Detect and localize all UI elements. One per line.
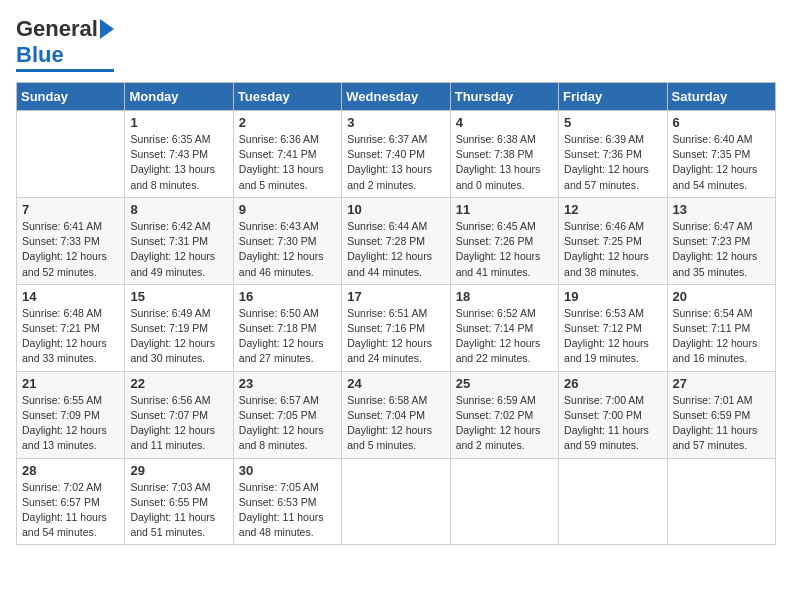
logo-arrow-icon (100, 19, 114, 39)
calendar-cell: 1Sunrise: 6:35 AMSunset: 7:43 PMDaylight… (125, 111, 233, 198)
day-info: Sunrise: 6:59 AMSunset: 7:02 PMDaylight:… (456, 393, 553, 454)
day-info: Sunrise: 6:58 AMSunset: 7:04 PMDaylight:… (347, 393, 444, 454)
day-number: 15 (130, 289, 227, 304)
calendar-cell (342, 458, 450, 545)
day-number: 18 (456, 289, 553, 304)
calendar-cell: 5Sunrise: 6:39 AMSunset: 7:36 PMDaylight… (559, 111, 667, 198)
calendar-cell (17, 111, 125, 198)
day-info: Sunrise: 6:38 AMSunset: 7:38 PMDaylight:… (456, 132, 553, 193)
day-info: Sunrise: 6:53 AMSunset: 7:12 PMDaylight:… (564, 306, 661, 367)
day-number: 17 (347, 289, 444, 304)
day-number: 2 (239, 115, 336, 130)
day-info: Sunrise: 6:52 AMSunset: 7:14 PMDaylight:… (456, 306, 553, 367)
header-wednesday: Wednesday (342, 83, 450, 111)
day-info: Sunrise: 7:00 AMSunset: 7:00 PMDaylight:… (564, 393, 661, 454)
header-friday: Friday (559, 83, 667, 111)
day-info: Sunrise: 6:35 AMSunset: 7:43 PMDaylight:… (130, 132, 227, 193)
calendar-cell: 28Sunrise: 7:02 AMSunset: 6:57 PMDayligh… (17, 458, 125, 545)
day-number: 26 (564, 376, 661, 391)
day-number: 20 (673, 289, 770, 304)
calendar-cell: 11Sunrise: 6:45 AMSunset: 7:26 PMDayligh… (450, 197, 558, 284)
day-info: Sunrise: 6:48 AMSunset: 7:21 PMDaylight:… (22, 306, 119, 367)
day-info: Sunrise: 7:03 AMSunset: 6:55 PMDaylight:… (130, 480, 227, 541)
day-number: 23 (239, 376, 336, 391)
calendar-cell: 2Sunrise: 6:36 AMSunset: 7:41 PMDaylight… (233, 111, 341, 198)
day-info: Sunrise: 6:42 AMSunset: 7:31 PMDaylight:… (130, 219, 227, 280)
header-monday: Monday (125, 83, 233, 111)
day-number: 16 (239, 289, 336, 304)
calendar-cell: 7Sunrise: 6:41 AMSunset: 7:33 PMDaylight… (17, 197, 125, 284)
calendar-cell: 9Sunrise: 6:43 AMSunset: 7:30 PMDaylight… (233, 197, 341, 284)
day-info: Sunrise: 6:50 AMSunset: 7:18 PMDaylight:… (239, 306, 336, 367)
day-info: Sunrise: 6:36 AMSunset: 7:41 PMDaylight:… (239, 132, 336, 193)
calendar-cell: 30Sunrise: 7:05 AMSunset: 6:53 PMDayligh… (233, 458, 341, 545)
day-number: 13 (673, 202, 770, 217)
day-info: Sunrise: 6:56 AMSunset: 7:07 PMDaylight:… (130, 393, 227, 454)
logo-underline (16, 69, 114, 72)
day-number: 27 (673, 376, 770, 391)
calendar-cell: 20Sunrise: 6:54 AMSunset: 7:11 PMDayligh… (667, 284, 775, 371)
logo: General Blue (16, 16, 114, 72)
day-info: Sunrise: 6:49 AMSunset: 7:19 PMDaylight:… (130, 306, 227, 367)
day-info: Sunrise: 6:40 AMSunset: 7:35 PMDaylight:… (673, 132, 770, 193)
calendar-cell: 27Sunrise: 7:01 AMSunset: 6:59 PMDayligh… (667, 371, 775, 458)
week-row-3: 14Sunrise: 6:48 AMSunset: 7:21 PMDayligh… (17, 284, 776, 371)
day-number: 24 (347, 376, 444, 391)
day-number: 25 (456, 376, 553, 391)
calendar-cell: 12Sunrise: 6:46 AMSunset: 7:25 PMDayligh… (559, 197, 667, 284)
day-number: 3 (347, 115, 444, 130)
calendar-cell: 15Sunrise: 6:49 AMSunset: 7:19 PMDayligh… (125, 284, 233, 371)
header-saturday: Saturday (667, 83, 775, 111)
calendar-cell: 26Sunrise: 7:00 AMSunset: 7:00 PMDayligh… (559, 371, 667, 458)
day-number: 5 (564, 115, 661, 130)
calendar-cell: 8Sunrise: 6:42 AMSunset: 7:31 PMDaylight… (125, 197, 233, 284)
day-number: 12 (564, 202, 661, 217)
calendar-cell: 21Sunrise: 6:55 AMSunset: 7:09 PMDayligh… (17, 371, 125, 458)
day-info: Sunrise: 6:55 AMSunset: 7:09 PMDaylight:… (22, 393, 119, 454)
day-info: Sunrise: 6:43 AMSunset: 7:30 PMDaylight:… (239, 219, 336, 280)
calendar-cell: 10Sunrise: 6:44 AMSunset: 7:28 PMDayligh… (342, 197, 450, 284)
day-info: Sunrise: 7:05 AMSunset: 6:53 PMDaylight:… (239, 480, 336, 541)
calendar-cell: 24Sunrise: 6:58 AMSunset: 7:04 PMDayligh… (342, 371, 450, 458)
calendar-cell: 23Sunrise: 6:57 AMSunset: 7:05 PMDayligh… (233, 371, 341, 458)
day-info: Sunrise: 7:01 AMSunset: 6:59 PMDaylight:… (673, 393, 770, 454)
calendar-cell: 6Sunrise: 6:40 AMSunset: 7:35 PMDaylight… (667, 111, 775, 198)
header-sunday: Sunday (17, 83, 125, 111)
week-row-4: 21Sunrise: 6:55 AMSunset: 7:09 PMDayligh… (17, 371, 776, 458)
calendar-cell: 29Sunrise: 7:03 AMSunset: 6:55 PMDayligh… (125, 458, 233, 545)
calendar-table: SundayMondayTuesdayWednesdayThursdayFrid… (16, 82, 776, 545)
calendar-cell (559, 458, 667, 545)
week-row-1: 1Sunrise: 6:35 AMSunset: 7:43 PMDaylight… (17, 111, 776, 198)
calendar-cell: 13Sunrise: 6:47 AMSunset: 7:23 PMDayligh… (667, 197, 775, 284)
header-thursday: Thursday (450, 83, 558, 111)
calendar-header-row: SundayMondayTuesdayWednesdayThursdayFrid… (17, 83, 776, 111)
calendar-cell: 14Sunrise: 6:48 AMSunset: 7:21 PMDayligh… (17, 284, 125, 371)
day-number: 29 (130, 463, 227, 478)
day-number: 21 (22, 376, 119, 391)
day-info: Sunrise: 6:44 AMSunset: 7:28 PMDaylight:… (347, 219, 444, 280)
calendar-cell: 3Sunrise: 6:37 AMSunset: 7:40 PMDaylight… (342, 111, 450, 198)
calendar-cell: 25Sunrise: 6:59 AMSunset: 7:02 PMDayligh… (450, 371, 558, 458)
calendar-cell: 19Sunrise: 6:53 AMSunset: 7:12 PMDayligh… (559, 284, 667, 371)
day-info: Sunrise: 6:51 AMSunset: 7:16 PMDaylight:… (347, 306, 444, 367)
day-number: 6 (673, 115, 770, 130)
day-number: 14 (22, 289, 119, 304)
day-number: 11 (456, 202, 553, 217)
day-number: 9 (239, 202, 336, 217)
calendar-cell: 18Sunrise: 6:52 AMSunset: 7:14 PMDayligh… (450, 284, 558, 371)
calendar-cell (450, 458, 558, 545)
calendar-cell: 17Sunrise: 6:51 AMSunset: 7:16 PMDayligh… (342, 284, 450, 371)
day-info: Sunrise: 7:02 AMSunset: 6:57 PMDaylight:… (22, 480, 119, 541)
calendar-cell: 22Sunrise: 6:56 AMSunset: 7:07 PMDayligh… (125, 371, 233, 458)
day-number: 28 (22, 463, 119, 478)
day-info: Sunrise: 6:54 AMSunset: 7:11 PMDaylight:… (673, 306, 770, 367)
day-number: 30 (239, 463, 336, 478)
day-info: Sunrise: 6:45 AMSunset: 7:26 PMDaylight:… (456, 219, 553, 280)
day-number: 1 (130, 115, 227, 130)
day-info: Sunrise: 6:47 AMSunset: 7:23 PMDaylight:… (673, 219, 770, 280)
day-number: 4 (456, 115, 553, 130)
page-header: General Blue (16, 16, 776, 72)
day-number: 22 (130, 376, 227, 391)
calendar-cell: 4Sunrise: 6:38 AMSunset: 7:38 PMDaylight… (450, 111, 558, 198)
day-info: Sunrise: 6:39 AMSunset: 7:36 PMDaylight:… (564, 132, 661, 193)
